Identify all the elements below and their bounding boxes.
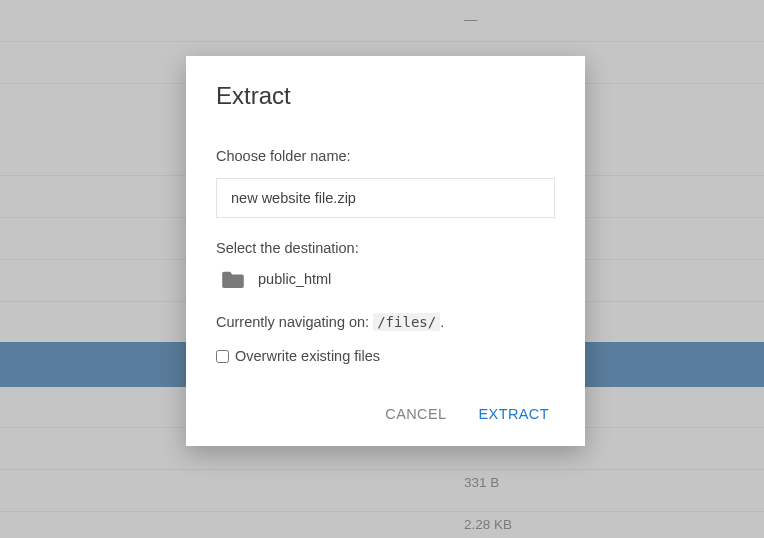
destination-folder[interactable]: public_html [222,270,555,288]
overwrite-label: Overwrite existing files [235,348,380,364]
current-path-value: /files/ [373,313,440,331]
current-path-suffix: . [440,314,444,330]
cancel-button[interactable]: CANCEL [383,400,448,428]
extract-button[interactable]: EXTRACT [477,400,551,428]
current-path-line: Currently navigating on: /files/. [216,314,555,330]
extract-dialog: Extract Choose folder name: Select the d… [186,56,585,446]
dialog-actions: CANCEL EXTRACT [216,400,555,428]
folder-name-input[interactable] [216,178,555,218]
dialog-title: Extract [216,82,555,110]
current-path-prefix: Currently navigating on: [216,314,373,330]
overwrite-row[interactable]: Overwrite existing files [216,348,555,364]
destination-label: Select the destination: [216,240,555,256]
destination-folder-name: public_html [258,271,331,287]
overwrite-checkbox[interactable] [216,350,229,363]
folder-icon [222,270,244,288]
folder-name-label: Choose folder name: [216,148,555,164]
